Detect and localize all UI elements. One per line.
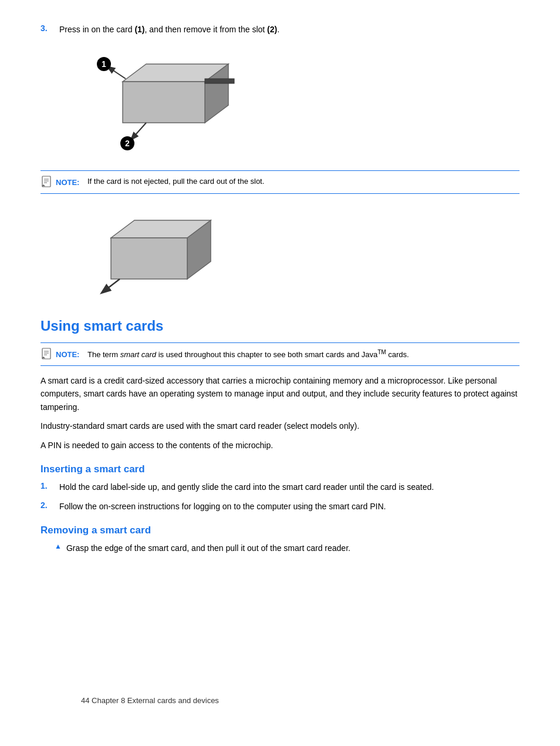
step-3-text: Press in on the card (1), and then remov… xyxy=(59,23,279,36)
svg-line-4 xyxy=(108,67,126,79)
insert-step-1-text: Hold the card label-side up, and gently … xyxy=(59,481,434,493)
svg-marker-2 xyxy=(123,82,205,123)
step-number-3: 3. xyxy=(41,23,55,36)
card-remove-svg xyxy=(76,206,217,300)
svg-line-7 xyxy=(131,123,146,139)
subsection-heading-inserting: Inserting a smart card xyxy=(41,463,519,475)
triangle-bullet-icon: ▲ xyxy=(55,542,62,550)
svg-text:2: 2 xyxy=(125,139,130,148)
remove-bullet-text: Grasp the edge of the smart card, and th… xyxy=(66,542,350,555)
insert-step-2: 2. Follow the on-screen instructions for… xyxy=(41,500,519,513)
section-heading-using-smart-cards: Using smart cards xyxy=(41,318,519,334)
note-icon-area-2: NOTE: xyxy=(41,348,87,361)
page-wrapper: 3. Press in on the card (1), and then re… xyxy=(41,23,519,723)
remove-bullet-item: ▲ Grasp the edge of the smart card, and … xyxy=(41,542,519,555)
svg-line-17 xyxy=(102,279,120,293)
note-icon-2 xyxy=(41,348,53,361)
body-paragraph-2: Industry-standard smart cards are used w… xyxy=(41,419,519,432)
note-icon-area-1: NOTE: xyxy=(41,176,87,189)
insert-step-1: 1. Hold the card label-side up, and gent… xyxy=(41,481,519,493)
card-eject-svg: 1 2 xyxy=(76,46,252,158)
insert-step-number-2: 2. xyxy=(41,500,55,513)
svg-marker-16 xyxy=(111,238,187,279)
card-illustration-eject: 1 2 xyxy=(76,46,519,160)
svg-rect-3 xyxy=(205,79,234,83)
card-illustration-remove xyxy=(76,206,519,301)
step-3: 3. Press in on the card (1), and then re… xyxy=(41,23,519,36)
body-paragraph-1: A smart card is a credit card-sized acce… xyxy=(41,374,519,414)
note-icon-1 xyxy=(41,176,53,189)
note-2-text: The term smart card is used throughout t… xyxy=(87,348,409,361)
insert-step-2-text: Follow the on-screen instructions for lo… xyxy=(59,500,386,513)
note-box-1: NOTE: If the card is not ejected, pull t… xyxy=(41,170,519,194)
subsection-heading-removing: Removing a smart card xyxy=(41,525,519,536)
note-box-2: NOTE: The term smart card is used throug… xyxy=(41,342,519,366)
svg-text:1: 1 xyxy=(102,59,106,69)
note-1-text: If the card is not ejected, pull the car… xyxy=(87,176,264,187)
insert-step-number-1: 1. xyxy=(41,481,55,493)
page-footer: 44 Chapter 8 External cards and devices xyxy=(81,696,219,705)
body-paragraph-3: A PIN is needed to gain access to the co… xyxy=(41,439,519,452)
note-2-label: NOTE: xyxy=(56,350,79,359)
note-1-label: NOTE: xyxy=(56,178,79,187)
